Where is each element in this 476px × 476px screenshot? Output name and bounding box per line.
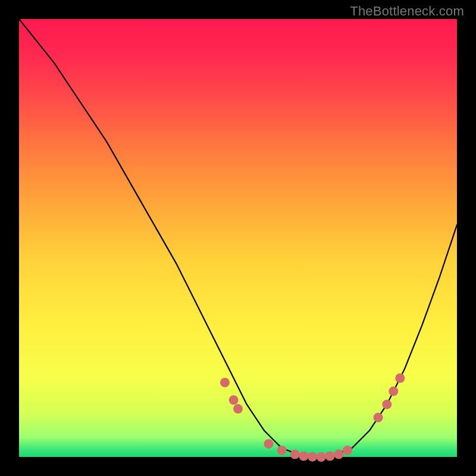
chart-marker [343, 446, 352, 455]
chart-marker [325, 452, 335, 461]
chart-marker [334, 450, 343, 459]
chart-marker [220, 378, 230, 387]
chart-marker [317, 452, 326, 462]
chart-marker [277, 446, 287, 455]
chart-marker [382, 400, 392, 409]
chart-marker [290, 450, 300, 459]
chart-marker [229, 395, 239, 405]
chart-marker [395, 374, 405, 383]
chart-overlay [19, 19, 457, 457]
chart-stage: TheBottleneck.com [0, 0, 476, 476]
chart-marker [308, 452, 317, 462]
chart-marker [299, 452, 308, 461]
plot-area [19, 19, 457, 457]
chart-marker [264, 439, 274, 449]
chart-markers [220, 374, 405, 462]
watermark-text: TheBottleneck.com [350, 4, 464, 19]
chart-marker [374, 413, 383, 422]
chart-marker [233, 404, 243, 414]
chart-marker [389, 387, 398, 396]
